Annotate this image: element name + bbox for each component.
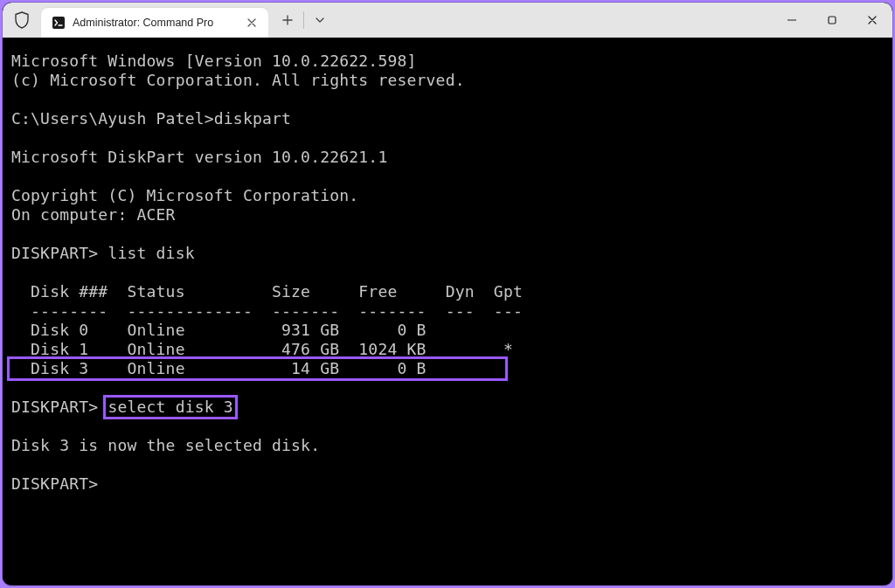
table-row: Disk 0 Online 931 GB 0 B — [11, 321, 427, 339]
table-row-highlighted: Disk 3 Online 14 GB 0 B — [7, 356, 508, 381]
diskpart-prompt: DISKPART> — [11, 244, 98, 262]
tab-title: Administrator: Command Pro — [73, 17, 237, 29]
tab-close-button[interactable] — [244, 15, 260, 31]
tabs-area: Administrator: Command Pro — [41, 3, 268, 38]
cmd-list-disk: list disk — [108, 244, 194, 262]
line: Copyright (C) Microsoft Corporation. — [11, 186, 358, 204]
result-line: Disk 3 is now the selected disk. — [11, 436, 320, 454]
line: (c) Microsoft Corporation. All rights re… — [11, 71, 465, 89]
newtab-area — [268, 3, 334, 38]
line: Microsoft Windows [Version 10.0.22622.59… — [11, 52, 417, 70]
window-frame: Administrator: Command Pro — [3, 3, 892, 585]
shield-icon — [3, 3, 41, 38]
terminal-output: Microsoft Windows [Version 10.0.22622.59… — [11, 52, 884, 494]
table-divider: -------- ------------- ------- ------- -… — [11, 301, 523, 320]
svg-rect-3 — [829, 17, 836, 24]
diskpart-prompt: DISKPART> — [11, 474, 98, 493]
tab-active[interactable]: Administrator: Command Pro — [41, 8, 268, 38]
divider — [303, 11, 304, 29]
line: Microsoft DiskPart version 10.0.22621.1 — [11, 148, 387, 166]
table-header: Disk ### Status Size Free Dyn Gpt — [11, 282, 523, 301]
titlebar: Administrator: Command Pro — [3, 3, 892, 38]
maximize-button[interactable] — [812, 3, 852, 38]
svg-rect-0 — [52, 17, 65, 29]
close-button[interactable] — [852, 3, 892, 38]
window-controls — [772, 3, 892, 38]
tab-dropdown-button[interactable] — [306, 7, 334, 33]
cmd-icon — [52, 16, 66, 30]
terminal[interactable]: Microsoft Windows [Version 10.0.22622.59… — [3, 38, 892, 585]
prompt-path: C:\Users\Ayush Patel> — [11, 109, 214, 128]
cmd-select-disk-highlighted: select disk 3 — [103, 395, 237, 419]
diskpart-prompt: DISKPART> — [11, 398, 98, 416]
line: On computer: ACER — [11, 205, 176, 224]
new-tab-button[interactable] — [274, 7, 302, 33]
prompt-cmd: diskpart — [214, 109, 291, 128]
table-row: Disk 1 Online 476 GB 1024 KB * — [11, 340, 513, 358]
minimize-button[interactable] — [772, 3, 812, 38]
